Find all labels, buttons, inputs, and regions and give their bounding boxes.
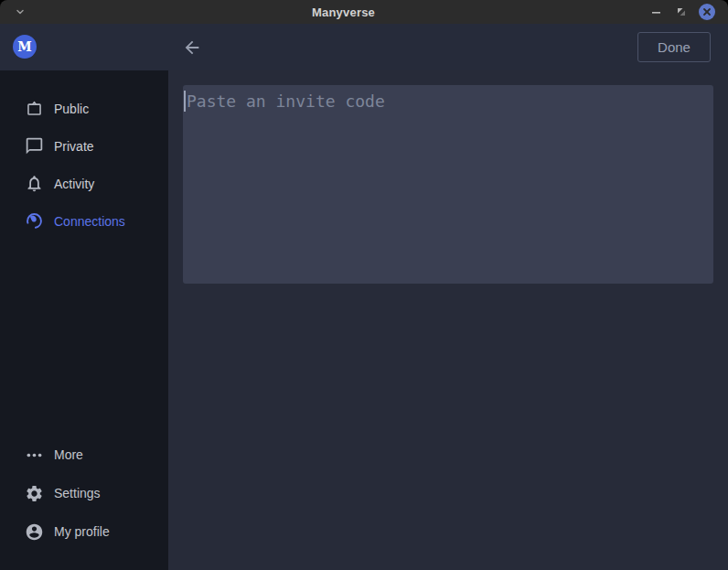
- manyverse-window: Manyverse M Done: [0, 0, 728, 570]
- gauge-icon: [24, 211, 44, 231]
- close-icon[interactable]: [699, 4, 715, 20]
- sidebar-item-label: Private: [54, 139, 94, 154]
- done-button[interactable]: Done: [637, 32, 711, 62]
- account-circle-icon: [24, 522, 44, 542]
- sidebar-item-label: Connections: [54, 214, 125, 229]
- chat-bubble-icon: [24, 136, 44, 156]
- sidebar-item-label: More: [54, 447, 83, 462]
- maximize-icon[interactable]: [673, 4, 690, 20]
- sidebar-item-public[interactable]: Public: [0, 90, 168, 127]
- sidebar-main-nav: Public Private A: [0, 90, 168, 240]
- sidebar-item-label: Public: [54, 102, 89, 116]
- main-content: [168, 70, 728, 570]
- bell-icon: [24, 174, 44, 194]
- sidebar-footer-nav: More Settings My: [0, 436, 168, 551]
- minimize-icon[interactable]: [648, 4, 664, 20]
- gear-icon: [24, 483, 44, 503]
- sidebar-item-my-profile[interactable]: My profile: [0, 512, 168, 551]
- invite-code-input[interactable]: [183, 85, 713, 284]
- chevron-down-icon[interactable]: [12, 4, 28, 20]
- sidebar-item-label: Settings: [54, 486, 101, 500]
- bulletin-board-icon: [24, 99, 44, 119]
- sidebar-item-private[interactable]: Private: [0, 127, 168, 165]
- sidebar-item-more[interactable]: More: [0, 436, 168, 474]
- invite-code-field-wrap: [183, 85, 713, 284]
- window-title: Manyverse: [312, 0, 375, 24]
- back-arrow-icon[interactable]: [180, 36, 204, 59]
- sidebar: Public Private A: [0, 70, 168, 570]
- app-header: M Done: [0, 24, 728, 70]
- window-controls: [648, 0, 715, 24]
- sidebar-item-label: Activity: [54, 177, 94, 191]
- dots-horizontal-icon: [24, 445, 44, 465]
- sidebar-item-connections[interactable]: Connections: [0, 202, 168, 240]
- sidebar-item-activity[interactable]: Activity: [0, 165, 168, 202]
- manyverse-logo[interactable]: M: [13, 35, 37, 59]
- sidebar-item-settings[interactable]: Settings: [0, 474, 168, 512]
- app-body: Public Private A: [0, 70, 728, 570]
- titlebar: Manyverse: [0, 0, 728, 24]
- sidebar-item-label: My profile: [54, 524, 110, 539]
